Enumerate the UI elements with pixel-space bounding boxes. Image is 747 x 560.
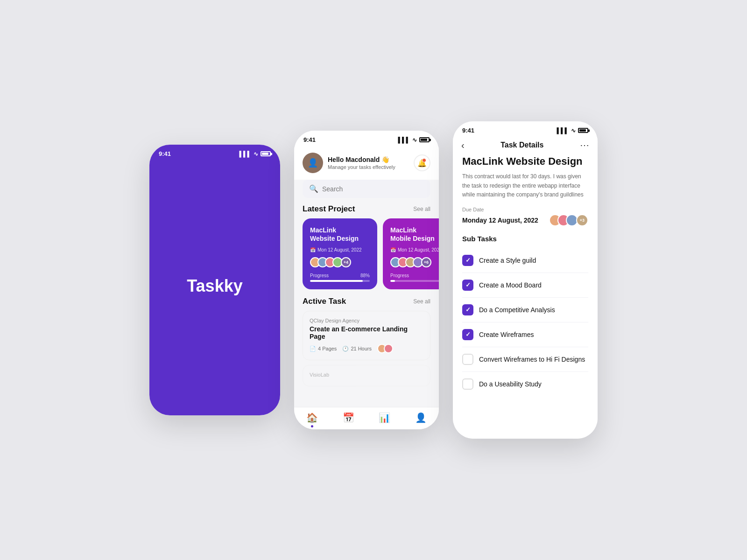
clock-icon: 🕐 [342, 346, 349, 352]
calendar-icon-2: 📅 [390, 247, 396, 252]
project-date-1: 📅 Mon 12 August, 2022 [310, 247, 370, 252]
profile-icon: 👤 [415, 412, 427, 423]
status-icons-splash: ▌▌▌ ∿ [239, 151, 271, 157]
subtitle-text: Manage your tasks effectively [328, 164, 395, 170]
signal-icon-main: ▌▌▌ [398, 137, 410, 143]
signal-icon: ▌▌▌ [239, 151, 251, 157]
time-splash: 9:41 [159, 150, 171, 157]
signal-icon-detail: ▌▌▌ [557, 127, 569, 134]
avatar-text-block: Hello Macdonald 👋 Manage your tasks effe… [328, 156, 395, 170]
phone-splash: 9:41 ▌▌▌ ∿ Taskky [149, 145, 280, 415]
back-button[interactable]: ‹ [461, 140, 465, 151]
subtask-checkbox-2[interactable]: ✓ [462, 304, 473, 315]
progress-fill-1 [310, 280, 363, 282]
detail-av-count: +3 [576, 214, 588, 226]
subtask-item[interactable]: ✓Do a Competitive Analysis [462, 298, 588, 322]
checkmark-1: ✓ [465, 281, 471, 288]
progress-label-2: Progress [390, 273, 439, 278]
detail-avatar-stack: +3 [549, 214, 588, 226]
checkmark-0: ✓ [465, 257, 471, 264]
project-card-website[interactable]: MacLinkWebsite Design 📅 Mon 12 August, 2… [303, 218, 377, 289]
due-date-row: Monday 12 August, 2022 +3 [462, 214, 588, 226]
see-all-tasks[interactable]: See all [413, 298, 430, 305]
splash-content: Taskky [149, 160, 280, 412]
subtask-label-1: Create a Mood Board [479, 281, 542, 289]
greeting-text: Hello Macdonald 👋 [328, 156, 395, 163]
app-header: 👤 Hello Macdonald 👋 Manage your tasks ef… [294, 146, 439, 180]
subtasks-title: Sub Tasks [462, 235, 588, 243]
subtask-item[interactable]: Convert Wireframes to Hi Fi Designs [462, 347, 588, 372]
task-avatars [377, 344, 390, 353]
phone-detail: 9:41 ▌▌▌ ∿ ‹ Task Details ⋯ MacLink Webs… [453, 121, 598, 439]
progress-bar-1 [310, 280, 370, 282]
subtask-item[interactable]: ✓Create a Style guild [462, 248, 588, 273]
task-name-1: Create an E-commerce Landing Page [310, 325, 423, 340]
progress-fill-2 [390, 280, 395, 282]
status-bar-splash: 9:41 ▌▌▌ ∿ [149, 145, 280, 160]
task-agency-1: QClay Design Agency [310, 318, 423, 323]
subtask-label-4: Convert Wireframes to Hi Fi Designs [479, 356, 585, 363]
search-input[interactable] [322, 185, 424, 193]
active-task-card-2[interactable]: VisioLab [303, 365, 430, 386]
battery-icon-detail [578, 128, 588, 133]
nav-profile[interactable]: 👤 [415, 412, 427, 427]
detail-description: This contract would last for 30 days. I … [462, 172, 588, 199]
wifi-icon-main: ∿ [412, 137, 417, 143]
av-count-1: +4 [341, 257, 351, 267]
time-detail: 9:41 [462, 127, 474, 134]
battery-icon [261, 151, 271, 156]
subtask-item[interactable]: ✓Create a Mood Board [462, 273, 588, 298]
nav-home[interactable]: 🏠 [306, 412, 318, 427]
subtask-item[interactable]: ✓Create Wireframes [462, 322, 588, 347]
checkmark-2: ✓ [465, 306, 471, 313]
active-task-title: Active Task [303, 297, 346, 306]
project-card-title-1: MacLinkWebsite Design [310, 226, 370, 243]
project-card-title-2: MacLinkMobile Design [390, 226, 439, 243]
progress-bar-2 [390, 280, 439, 282]
battery-icon-main [419, 137, 430, 142]
detail-nav: ‹ Task Details ⋯ [453, 137, 598, 155]
wifi-icon: ∿ [254, 151, 258, 157]
phone-main: 9:41 ▌▌▌ ∿ 👤 Hello Macdonald 👋 Manage yo… [294, 131, 439, 429]
time-main: 9:41 [303, 136, 316, 143]
splash-title: Taskky [187, 276, 242, 296]
progress-label-1: Progress 88% [310, 273, 370, 278]
bottom-nav: 🏠 📅 📊 👤 [294, 407, 439, 429]
nav-active-dot [311, 425, 313, 427]
status-bar-detail: 9:41 ▌▌▌ ∿ [453, 121, 598, 137]
active-task-card-1[interactable]: QClay Design Agency Create an E-commerce… [303, 311, 430, 360]
subtask-label-5: Do a Useability Study [479, 380, 542, 388]
avatar: 👤 [303, 153, 323, 173]
active-task-header: Active Task See all [294, 297, 439, 311]
latest-project-header: Latest Project See all [294, 204, 439, 218]
calendar-nav-icon: 📅 [343, 412, 354, 423]
subtask-checkbox-3[interactable]: ✓ [462, 329, 473, 340]
due-date-value: Monday 12 August, 2022 [462, 217, 538, 224]
hours-item: 🕐 21 Hours [342, 346, 372, 352]
search-bar[interactable]: 🔍 [303, 180, 430, 198]
more-options-button[interactable]: ⋯ [580, 140, 589, 151]
subtask-checkbox-5[interactable] [462, 378, 473, 390]
subtask-checkbox-0[interactable]: ✓ [462, 255, 473, 266]
avatar-stack-2: +6 [390, 257, 439, 267]
subtask-label-3: Create Wireframes [479, 331, 534, 338]
subtask-label-0: Create a Style guild [479, 257, 536, 264]
subtask-checkbox-1[interactable]: ✓ [462, 280, 473, 291]
calendar-icon-1: 📅 [310, 247, 316, 252]
notification-bell[interactable]: 🔔 [414, 154, 430, 171]
subtask-label-2: Do a Competitive Analysis [479, 306, 555, 314]
status-icons-detail: ▌▌▌ ∿ [557, 127, 588, 134]
checkmark-3: ✓ [465, 331, 471, 338]
home-icon: 🏠 [306, 412, 318, 423]
subtask-checkbox-4[interactable] [462, 354, 473, 365]
pages-icon: 📄 [310, 346, 316, 352]
detail-body: MacLink Website Design This contract wou… [453, 155, 598, 435]
subtask-item[interactable]: Do a Useability Study [462, 372, 588, 396]
latest-project-title: Latest Project [303, 204, 355, 214]
subtasks-container: ✓Create a Style guild✓Create a Mood Boar… [462, 248, 588, 396]
task-meta-1: 📄 4 Pages 🕐 21 Hours [310, 344, 423, 353]
nav-calendar[interactable]: 📅 [343, 412, 354, 427]
project-card-mobile[interactable]: MacLinkMobile Design 📅 Mon 12 August, 20… [383, 218, 439, 289]
see-all-projects[interactable]: See all [413, 206, 430, 212]
nav-chart[interactable]: 📊 [379, 412, 390, 427]
